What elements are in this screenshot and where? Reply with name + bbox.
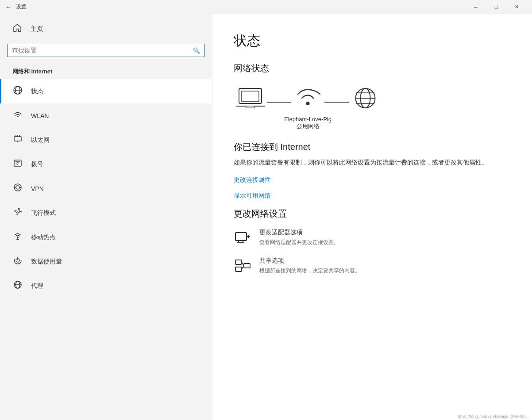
wifi-icon-box bbox=[291, 85, 324, 111]
sidebar-item-ethernet[interactable]: 以太网 bbox=[0, 128, 212, 152]
sidebar-section-title: 网络和 Internet bbox=[0, 62, 212, 79]
titlebar-title: 设置 bbox=[16, 3, 27, 11]
change-network-settings-title: 更改网络设置 bbox=[234, 208, 511, 220]
sharing-title: 共享选项 bbox=[259, 257, 511, 265]
sidebar-item-dialup-label: 拨号 bbox=[31, 160, 43, 168]
sidebar-item-data-usage[interactable]: 数据使用量 bbox=[0, 249, 212, 274]
data-usage-icon bbox=[12, 256, 23, 267]
sidebar-item-wlan-label: WLAN bbox=[31, 112, 49, 119]
show-networks-link[interactable]: 显示可用网络 bbox=[234, 192, 511, 200]
sidebar-item-airplane[interactable]: 飞行模式 bbox=[0, 201, 212, 225]
minimize-button[interactable]: ─ bbox=[466, 0, 486, 14]
sidebar: 主页 🔍 网络和 Internet 状态 bbox=[0, 14, 212, 420]
window-controls: ─ □ ✕ bbox=[466, 0, 527, 14]
sidebar-home[interactable]: 主页 bbox=[0, 14, 212, 44]
sharing-desc: 根据所连接到的网络，决定要共享的内容。 bbox=[259, 267, 511, 275]
globe-icon-box bbox=[349, 85, 382, 111]
sharing-setting[interactable]: 共享选项 根据所连接到的网络，决定要共享的内容。 bbox=[234, 257, 511, 275]
dialup-icon bbox=[12, 158, 23, 170]
main-container: 主页 🔍 网络和 Internet 状态 bbox=[0, 14, 532, 420]
globe-icon bbox=[349, 85, 382, 111]
page-title: 状态 bbox=[234, 32, 511, 50]
laptop-icon-box bbox=[234, 85, 267, 111]
sidebar-item-status-label: 状态 bbox=[31, 88, 43, 95]
adapter-title: 更改适配器选项 bbox=[259, 229, 511, 237]
sidebar-item-dialup[interactable]: 拨号 bbox=[0, 152, 212, 176]
search-icon: 🔍 bbox=[193, 47, 200, 54]
sidebar-item-proxy-label: 代理 bbox=[31, 282, 43, 290]
svg-rect-39 bbox=[235, 260, 242, 264]
maximize-button[interactable]: □ bbox=[486, 0, 506, 14]
wlan-icon bbox=[12, 110, 23, 122]
adapter-text: 更改适配器选项 查看网络适配器并更改连接设置。 bbox=[259, 229, 511, 246]
network-name: Elephant-Love-Pig bbox=[284, 116, 332, 122]
svg-point-11 bbox=[16, 186, 19, 189]
network-section-title: 网络状态 bbox=[234, 62, 511, 74]
svg-rect-23 bbox=[242, 91, 259, 102]
svg-point-26 bbox=[306, 102, 310, 105]
adapter-setting[interactable]: 更改适配器选项 查看网络适配器并更改连接设置。 bbox=[234, 229, 511, 246]
network-label: Elephant-Love-Pig 公用网络 bbox=[267, 116, 349, 130]
sidebar-item-hotspot-label: 移动热点 bbox=[31, 233, 56, 241]
network-type: 公用网络 bbox=[297, 122, 320, 130]
proxy-icon bbox=[12, 280, 23, 292]
svg-point-9 bbox=[17, 164, 18, 165]
close-button[interactable]: ✕ bbox=[506, 0, 527, 14]
adapter-icon bbox=[234, 229, 251, 246]
airplane-icon bbox=[12, 207, 23, 219]
line1 bbox=[267, 102, 291, 103]
svg-point-14 bbox=[17, 237, 19, 238]
sharing-text: 共享选项 根据所连接到的网络，决定要共享的内容。 bbox=[259, 257, 511, 275]
sidebar-item-vpn[interactable]: VPN bbox=[0, 176, 212, 201]
sidebar-item-data-usage-label: 数据使用量 bbox=[31, 258, 62, 266]
search-box[interactable]: 🔍 bbox=[7, 44, 205, 57]
sidebar-item-hotspot[interactable]: 移动热点 bbox=[0, 225, 212, 249]
back-button[interactable]: ← bbox=[5, 4, 12, 11]
home-icon bbox=[12, 23, 22, 35]
sidebar-item-wlan[interactable]: WLAN bbox=[0, 103, 212, 128]
line2 bbox=[324, 102, 349, 103]
network-diagram: Elephant-Love-Pig 公用网络 bbox=[234, 85, 511, 130]
sidebar-home-label: 主页 bbox=[30, 25, 43, 33]
titlebar: ← 设置 ─ □ ✕ bbox=[0, 0, 532, 14]
search-input[interactable] bbox=[12, 47, 189, 54]
ethernet-icon bbox=[12, 134, 23, 146]
adapter-desc: 查看网络适配器并更改连接设置。 bbox=[259, 238, 511, 246]
titlebar-left: ← 设置 bbox=[5, 3, 27, 11]
svg-rect-40 bbox=[235, 267, 242, 271]
svg-rect-32 bbox=[235, 233, 247, 241]
svg-rect-25 bbox=[246, 106, 254, 108]
sidebar-item-status[interactable]: 状态 bbox=[0, 79, 212, 103]
sidebar-item-ethernet-label: 以太网 bbox=[31, 136, 50, 144]
wifi-diagram-icon bbox=[291, 85, 324, 111]
vpn-icon bbox=[12, 183, 23, 195]
sidebar-item-proxy[interactable]: 代理 bbox=[0, 274, 212, 298]
sidebar-item-airplane-label: 飞行模式 bbox=[31, 209, 56, 217]
status-icon bbox=[12, 85, 23, 97]
laptop-icon bbox=[234, 85, 267, 111]
svg-rect-3 bbox=[14, 137, 21, 141]
content-panel: 状态 网络状态 bbox=[212, 14, 532, 420]
url-bar: https://blog.csdn.net/weijia_395893... bbox=[454, 413, 532, 420]
svg-rect-41 bbox=[244, 263, 250, 268]
svg-rect-22 bbox=[239, 88, 262, 103]
diagram-icons-row bbox=[234, 85, 382, 111]
sidebar-item-vpn-label: VPN bbox=[31, 185, 44, 192]
connected-title: 你已连接到 Internet bbox=[234, 141, 511, 153]
connected-desc: 如果你的流量套餐有限制，则你可以将此网络设置为按流量计费的连接，或者更改其他属性… bbox=[234, 157, 499, 167]
sharing-icon bbox=[234, 257, 251, 275]
hotspot-icon bbox=[12, 231, 23, 243]
change-props-link[interactable]: 更改连接属性 bbox=[234, 176, 511, 184]
